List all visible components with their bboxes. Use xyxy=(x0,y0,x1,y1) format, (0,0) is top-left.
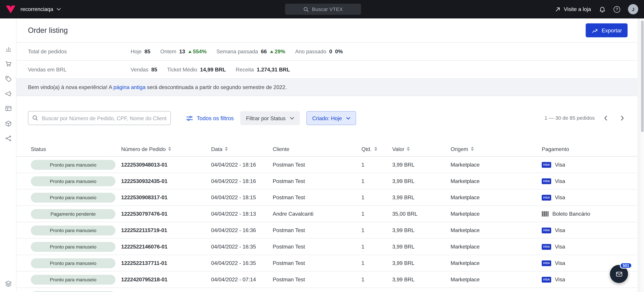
metric: Ontem13554% xyxy=(160,48,206,54)
all-filters-label: Todos os filtros xyxy=(197,115,234,121)
sidebar-item-integrations[interactable] xyxy=(3,133,13,143)
sidebar-item-analytics[interactable] xyxy=(3,44,13,54)
messages-count-badge: 501 xyxy=(620,263,632,269)
scrollbar-thumb[interactable] xyxy=(641,20,644,132)
status-filter-label: Filtrar por Status xyxy=(246,115,286,121)
sidebar xyxy=(0,18,16,292)
user-avatar[interactable]: J xyxy=(628,4,638,14)
page-title: Order listing xyxy=(28,26,68,35)
metric-value: 14,99 BRL xyxy=(200,66,226,72)
column-header-qtd-[interactable]: Qtd. xyxy=(362,146,392,152)
sidebar-item-apps[interactable] xyxy=(3,279,13,288)
sidebar-item-promotions[interactable] xyxy=(3,74,13,84)
order-client: Postman Test xyxy=(273,244,361,250)
order-row[interactable]: Pronto para manuseio1222522137711-0104/0… xyxy=(16,255,638,272)
sort-icon xyxy=(225,146,228,151)
column-header-status: Status xyxy=(31,146,121,152)
layers-icon xyxy=(5,280,12,287)
sort-icon xyxy=(470,146,474,151)
order-date: 04/04/2022 - 16:36 xyxy=(211,227,273,233)
export-button-label: Exportar xyxy=(602,27,622,33)
metric-label: Hoje xyxy=(130,48,142,54)
share-icon xyxy=(5,135,12,142)
account-name: recorrenciaqa xyxy=(20,6,53,12)
payment-label: Visa xyxy=(555,227,565,233)
created-filter-dropdown[interactable]: Criado: Hoje xyxy=(306,111,356,125)
order-search-input[interactable] xyxy=(28,111,171,125)
payment-label: Visa xyxy=(555,277,565,283)
visit-store-link[interactable]: Visite a loja xyxy=(555,6,591,12)
visa-icon: VISA xyxy=(542,260,551,266)
status-badge: Pronto para manuseio xyxy=(31,160,116,170)
metric: Receita1.274,31 BRL xyxy=(236,66,290,72)
sidebar-item-catalog[interactable] xyxy=(3,119,13,128)
messages-floating-button[interactable]: 501 xyxy=(610,265,628,283)
order-row[interactable]: Pronto para manuseio1222522146076-0104/0… xyxy=(16,239,638,255)
status-badge: Pronto para manuseio xyxy=(31,176,116,186)
column-header-data[interactable]: Data xyxy=(211,146,273,152)
account-switcher[interactable]: recorrenciaqa xyxy=(20,6,60,12)
stats-metrics: Vendas85Ticket Médio14,99 BRLReceita1.27… xyxy=(130,66,290,72)
notifications-button[interactable] xyxy=(599,6,606,13)
stats-metrics: Hoje85Ontem13554%Semana passada6629%Ano … xyxy=(130,48,343,54)
metric-value: 66 xyxy=(261,48,267,54)
order-row[interactable]: Pronto para manuseio1222530948013-0104/0… xyxy=(16,156,638,173)
column-header-origem[interactable]: Origem xyxy=(450,146,542,152)
order-payment: VISAVisa xyxy=(542,178,631,184)
order-number: 1222530932435-01 xyxy=(121,178,211,184)
order-payment: VISAVisa xyxy=(542,244,631,250)
metric-delta: 29% xyxy=(270,48,285,54)
order-qty: 1 xyxy=(362,260,392,266)
metric-value: 85 xyxy=(151,66,157,72)
order-value: 3,99 BRL xyxy=(392,194,450,200)
trend-up-icon xyxy=(188,50,192,53)
next-page-button[interactable] xyxy=(617,113,628,123)
previous-page-button[interactable] xyxy=(600,113,611,123)
order-qty: 1 xyxy=(362,194,392,200)
order-date: 04/04/2022 - 18:16 xyxy=(211,178,273,184)
old-page-link[interactable]: página antiga xyxy=(114,84,146,90)
sidebar-item-storefront[interactable] xyxy=(3,103,13,113)
help-button[interactable]: ? xyxy=(614,6,620,12)
table-body: Pronto para manuseio1222530948013-0104/0… xyxy=(16,156,638,292)
order-client: Andre Cavalcanti xyxy=(273,211,361,217)
metric-delta: 0% xyxy=(335,48,343,54)
vtex-logo[interactable] xyxy=(6,5,16,13)
topbar: recorrenciaqa Buscar VTEX Visite a loja … xyxy=(0,0,644,18)
order-number: 1222522146076-01 xyxy=(121,244,211,250)
sidebar-item-marketing[interactable] xyxy=(3,89,13,98)
layout-icon xyxy=(5,105,12,112)
order-qty: 1 xyxy=(362,277,392,283)
column-header-valor[interactable]: Valor xyxy=(392,146,450,152)
export-button[interactable]: Exportar xyxy=(586,23,628,37)
order-payment: VISAVisa xyxy=(542,227,631,233)
order-payment: Boleto Bancário xyxy=(542,211,631,217)
global-search[interactable]: Buscar VTEX xyxy=(285,4,361,15)
order-client: Postman Test xyxy=(273,162,361,168)
payment-label: Visa xyxy=(555,260,565,266)
metric-value: 0 xyxy=(329,48,332,54)
search-icon xyxy=(303,6,309,12)
status-filter-dropdown[interactable]: Filtrar por Status xyxy=(240,111,300,125)
column-header-n-mero-de-pedido[interactable]: Número de Pedido xyxy=(121,146,211,152)
order-row-partial[interactable] xyxy=(16,288,638,292)
order-row[interactable]: Pronto para manuseio1222522115719-0104/0… xyxy=(16,222,638,239)
all-filters-button[interactable]: Todos os filtros xyxy=(186,115,234,122)
metric-delta: 554% xyxy=(188,48,207,54)
order-row[interactable]: Pagamento pendente1222530797476-0104/04/… xyxy=(16,206,638,222)
sidebar-item-orders[interactable] xyxy=(3,59,13,68)
order-payment: VISAVisa xyxy=(542,162,631,168)
order-row[interactable]: Pronto para manuseio1222530932435-0104/0… xyxy=(16,173,638,189)
order-row[interactable]: Pronto para manuseio1222420795218-0104/0… xyxy=(16,272,638,288)
payment-label: Visa xyxy=(555,194,565,200)
orders-table: StatusNúmero de PedidoDataClienteQtd.Val… xyxy=(16,142,638,292)
chevron-down-icon xyxy=(56,8,60,11)
order-qty: 1 xyxy=(362,227,392,233)
notice-text: Bem vindo(a) à nova experiência! A págin… xyxy=(28,84,287,90)
metric-value: 85 xyxy=(144,48,150,54)
order-row[interactable]: Pronto para manuseio1222530908317-0104/0… xyxy=(16,189,638,206)
order-qty: 1 xyxy=(362,244,392,250)
order-value: 3,99 BRL xyxy=(392,260,450,266)
order-origin: Marketplace xyxy=(450,277,542,283)
order-number: 1222530797476-01 xyxy=(121,211,211,217)
